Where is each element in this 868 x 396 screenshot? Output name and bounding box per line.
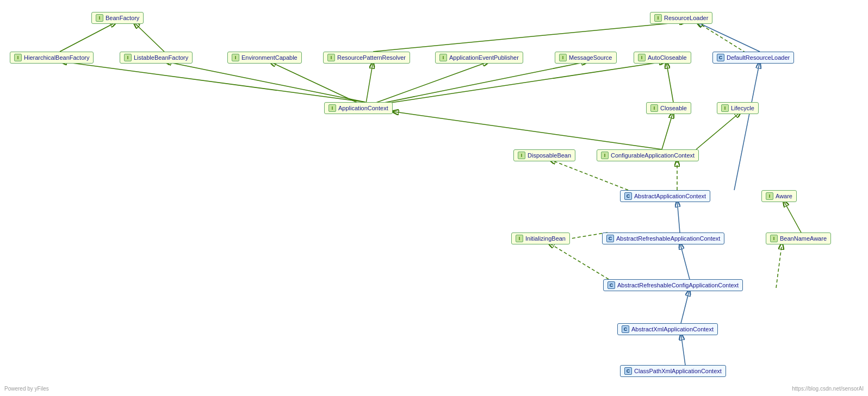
svg-line-25: [548, 242, 609, 279]
node-AbstractApplicationContext[interactable]: C AbstractApplicationContext: [620, 190, 710, 202]
node-Aware[interactable]: I Aware: [761, 190, 797, 202]
badge-interface: I: [14, 54, 22, 61]
svg-line-11: [365, 61, 489, 106]
node-label: ConfigurableApplicationContext: [611, 152, 695, 159]
node-label: AutoCloseable: [648, 54, 687, 61]
badge-class: C: [624, 192, 632, 200]
node-label: ListableBeanFactory: [134, 54, 188, 61]
svg-line-26: [776, 242, 782, 288]
node-label: EnvironmentCapable: [241, 54, 297, 61]
diagram-container: I BeanFactory I HierarchicalBeanFactory …: [0, 0, 868, 396]
node-label: Closeable: [660, 105, 687, 111]
badge-class: C: [624, 367, 632, 375]
node-Closeable[interactable]: I Closeable: [646, 102, 691, 114]
node-Lifecycle[interactable]: I Lifecycle: [717, 102, 759, 114]
node-ClassPathXmlApplicationContext[interactable]: C ClassPathXmlApplicationContext: [620, 365, 726, 377]
svg-line-23: [783, 200, 801, 232]
node-DisposableBean[interactable]: I DisposableBean: [513, 149, 575, 161]
badge-interface: I: [439, 54, 447, 61]
svg-line-13: [365, 61, 666, 106]
badge-interface: I: [654, 14, 662, 22]
node-BeanNameAware[interactable]: I BeanNameAware: [766, 232, 831, 244]
badge-class: C: [717, 54, 724, 61]
node-AbstractXmlApplicationContext[interactable]: C AbstractXmlApplicationContext: [617, 323, 718, 335]
node-ListableBeanFactory[interactable]: I ListableBeanFactory: [120, 52, 193, 64]
svg-line-16: [696, 111, 741, 149]
node-label: AbstractApplicationContext: [634, 193, 706, 199]
badge-class: C: [607, 281, 615, 289]
node-AbstractRefreshableConfigApplicationContext[interactable]: C AbstractRefreshableConfigApplicationCo…: [603, 279, 743, 291]
badge-interface: I: [638, 54, 646, 61]
node-label: DisposableBean: [528, 152, 571, 159]
node-label: ResourceLoader: [664, 15, 708, 21]
node-label: AbstractRefreshableConfigApplicationCont…: [617, 282, 739, 288]
node-label: BeanNameAware: [780, 235, 827, 242]
node-label: ApplicationContext: [338, 105, 388, 111]
node-DefaultResourceLoader[interactable]: C DefaultResourceLoader: [712, 52, 794, 64]
badge-interface: I: [124, 54, 132, 61]
node-label: AbstractRefreshableApplicationContext: [616, 235, 720, 242]
svg-line-5: [133, 22, 164, 52]
node-ConfigurableApplicationContext[interactable]: I ConfigurableApplicationContext: [597, 149, 699, 161]
node-BeanFactory[interactable]: I BeanFactory: [91, 12, 144, 24]
node-label: InitializingBean: [525, 235, 566, 242]
svg-line-6: [696, 22, 760, 52]
node-ResourceLoader[interactable]: I ResourceLoader: [650, 12, 712, 24]
node-AutoCloseable[interactable]: I AutoCloseable: [634, 52, 691, 64]
node-ApplicationContext[interactable]: I ApplicationContext: [324, 102, 393, 114]
svg-line-20: [734, 61, 760, 190]
svg-line-8: [164, 61, 365, 102]
footer-powered: Powered by yFiles: [4, 386, 49, 392]
svg-line-27: [681, 289, 690, 323]
svg-line-29: [373, 22, 686, 52]
badge-interface: I: [770, 235, 778, 242]
svg-line-7: [60, 61, 365, 102]
node-label-BeanFactory: BeanFactory: [106, 15, 139, 21]
svg-line-21: [677, 200, 680, 232]
badge-interface: I: [650, 104, 658, 112]
badge-interface: I: [328, 104, 336, 112]
svg-line-14: [666, 61, 673, 102]
svg-line-4: [60, 22, 117, 52]
badge-interface: I: [766, 192, 773, 200]
node-HierarchicalBeanFactory[interactable]: I HierarchicalBeanFactory: [10, 52, 94, 64]
node-label: ApplicationEventPublisher: [449, 54, 519, 61]
badge-interface: I: [721, 104, 729, 112]
svg-line-15: [392, 111, 662, 149]
node-label: Aware: [776, 193, 792, 199]
node-label: ClassPathXmlApplicationContext: [634, 368, 722, 374]
badge-interface: I: [96, 14, 103, 22]
node-label: ResourcePatternResolver: [337, 54, 406, 61]
node-label: MessageSource: [569, 54, 612, 61]
badge-interface: I: [518, 152, 525, 159]
badge-interface: I: [559, 54, 567, 61]
badge-interface: I: [232, 54, 239, 61]
svg-line-10: [365, 61, 373, 106]
svg-line-17: [662, 111, 673, 149]
node-InitializingBean[interactable]: I InitializingBean: [511, 232, 570, 244]
node-EnvironmentCapable[interactable]: I EnvironmentCapable: [227, 52, 302, 64]
footer-url: https://blog.csdn.net/sensorAI: [792, 386, 864, 392]
node-AbstractRefreshableApplicationContext[interactable]: C AbstractRefreshableApplicationContext: [602, 232, 724, 244]
node-MessageSource[interactable]: I MessageSource: [555, 52, 617, 64]
svg-line-24: [680, 242, 690, 279]
node-label: DefaultResourceLoader: [727, 54, 790, 61]
node-label: AbstractXmlApplicationContext: [631, 326, 714, 332]
badge-class: C: [622, 325, 629, 333]
badge-interface: I: [601, 152, 609, 159]
badge-interface: I: [327, 54, 335, 61]
svg-line-12: [365, 61, 588, 106]
node-label: Lifecycle: [731, 105, 754, 111]
svg-line-28: [681, 333, 685, 365]
svg-line-19: [549, 159, 628, 190]
node-label: HierarchicalBeanFactory: [24, 54, 89, 61]
svg-line-9: [269, 61, 365, 106]
badge-class: C: [606, 235, 614, 242]
badge-interface: I: [516, 235, 523, 242]
node-ResourcePatternResolver[interactable]: I ResourcePatternResolver: [323, 52, 410, 64]
node-ApplicationEventPublisher[interactable]: I ApplicationEventPublisher: [435, 52, 523, 64]
